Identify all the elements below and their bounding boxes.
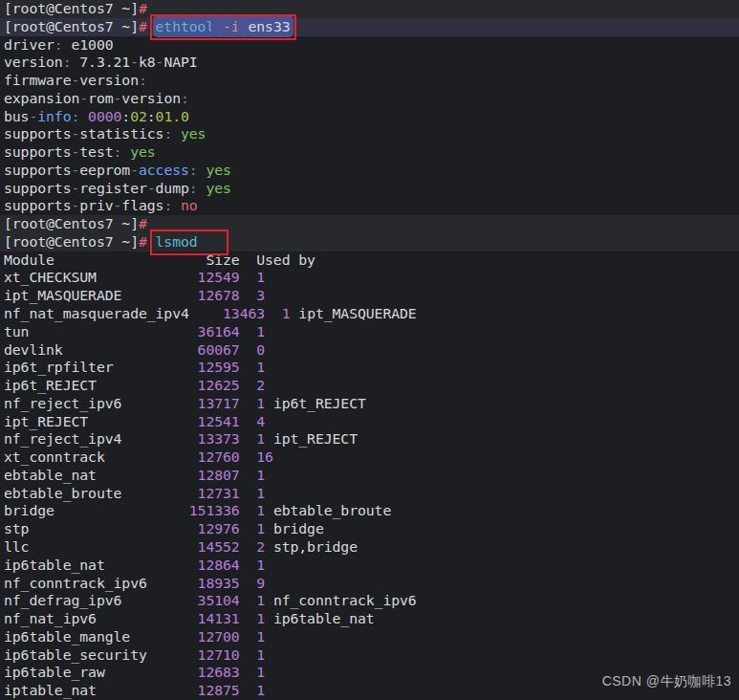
terminal-text [240, 359, 257, 375]
terminal-text: -i [223, 18, 240, 34]
terminal-text: nf_conntrack_ipv6 [265, 592, 417, 608]
terminal-line: driver: e1000 [0, 36, 739, 55]
terminal-line: firmware-version: [0, 72, 739, 90]
terminal-text [147, 18, 156, 34]
terminal-line: [root@Centos7 ~]# [0, 215, 739, 233]
terminal-text: 2 [256, 377, 265, 393]
terminal-text: 151336 [172, 502, 239, 518]
terminal-text: 12678 [172, 287, 239, 303]
terminal-text: 12700 [172, 628, 239, 645]
terminal-text: xt_conntrack [4, 448, 172, 465]
terminal-line: bridge 151336 1 ebtable_broute [0, 502, 739, 520]
terminal-text: : [189, 162, 198, 178]
terminal-text: 1 [256, 646, 265, 663]
terminal-text: - [147, 180, 156, 196]
terminal-text: xt_CHECKSUM [4, 269, 172, 285]
terminal-text: 12864 [172, 557, 239, 573]
terminal-text: ip6table_nat [265, 610, 375, 626]
terminal-output: [root@Centos7 ~]#[root@Centos7 ~]# ethto… [0, 0, 739, 700]
terminal-text [121, 143, 130, 160]
terminal-text: ip6t_REJECT [4, 377, 172, 393]
terminal-line: ip6table_security 12710 1 [0, 646, 739, 665]
terminal-text: 1 [256, 269, 265, 285]
terminal-text: # [139, 233, 147, 250]
terminal-text: 36164 [172, 323, 239, 339]
terminal-text [240, 610, 257, 626]
terminal-text: ens33 [248, 18, 290, 34]
terminal-text: priv [79, 197, 113, 213]
terminal-text [240, 269, 257, 285]
terminal-text [240, 323, 257, 339]
terminal-line: ipt_MASQUERADE 12678 3 [0, 287, 739, 305]
terminal-text: version [79, 72, 139, 88]
terminal-text: # [139, 18, 147, 34]
terminal-line: supports-statistics: yes [0, 125, 739, 143]
terminal-text: - [71, 180, 79, 196]
terminal-text: 12710 [172, 646, 239, 663]
terminal-line: supports-priv-flags: no [0, 197, 739, 215]
terminal-text: 13373 [172, 430, 239, 447]
terminal-text: driver [4, 36, 54, 53]
terminal-text: : [114, 143, 122, 160]
terminal-text: ebtable_broute [265, 502, 391, 518]
terminal-line: ipt_REJECT 12541 4 [0, 413, 739, 431]
terminal-line: ebtable_nat 12807 1 [0, 467, 739, 485]
terminal-text: 1 [256, 520, 265, 536]
terminal-line: nf_reject_ipv4 13373 1 ipt_REJECT [0, 430, 739, 448]
terminal-line: llc 14552 2 stp,bridge [0, 538, 739, 557]
terminal-text: 12875 [172, 682, 239, 698]
terminal-text [240, 395, 257, 411]
terminal-text: stp,bridge [265, 538, 358, 555]
terminal-text [240, 557, 257, 573]
terminal-text [214, 18, 223, 34]
terminal-text: 1 [256, 557, 265, 573]
terminal-text: 1 [256, 430, 265, 447]
terminal-text: supports [4, 162, 71, 178]
terminal-line: nf_nat_ipv6 14131 1 ip6table_nat [0, 610, 739, 628]
terminal-text: ip6t_rpfilter [4, 359, 172, 375]
terminal-text: rom [88, 90, 113, 106]
terminal-text: ebtable_broute [4, 485, 172, 501]
terminal-text: Module Size Used by [4, 252, 315, 268]
terminal-text: 12683 [172, 664, 239, 680]
terminal-text: flags [121, 197, 163, 213]
watermark: CSDN @牛奶咖啡13 [602, 673, 731, 690]
terminal-text: 3 [256, 287, 265, 303]
terminal-text: ethtool [156, 18, 215, 34]
terminal-text: - [79, 90, 88, 106]
terminal-text: bus [4, 108, 29, 124]
terminal-line: supports-register-dump: yes [0, 180, 739, 198]
terminal-text: 14131 [172, 610, 239, 626]
terminal-text: iptable_nat [4, 682, 172, 698]
terminal-text: version [4, 54, 63, 70]
terminal-text: 35104 [172, 592, 239, 608]
terminal-text: 1 [256, 395, 265, 411]
terminal-line: nf_conntrack_ipv6 18935 9 [0, 575, 739, 593]
terminal-text: - [29, 108, 37, 124]
terminal-text: [root@Centos7 ~] [4, 18, 139, 34]
terminal-text: 2 [256, 538, 265, 555]
terminal-text: expansion [4, 90, 79, 106]
annotation-box: lsmod [156, 233, 223, 252]
terminal-text [240, 448, 257, 465]
terminal-text: 12807 [172, 467, 239, 483]
terminal-text: [root@Centos7 ~] [4, 215, 139, 231]
terminal-text [198, 233, 223, 250]
terminal-text: nf_nat_ipv6 [4, 610, 172, 626]
terminal-text: 1 [256, 485, 265, 501]
terminal-window: [root@Centos7 ~]#[root@Centos7 ~]# ethto… [0, 0, 739, 700]
terminal-text: supports [4, 143, 71, 160]
terminal-text: 12976 [172, 520, 239, 536]
terminal-line: ip6table_mangle 12700 1 [0, 628, 739, 646]
terminal-text: supports [4, 125, 71, 142]
terminal-text: : [121, 108, 130, 124]
terminal-text: : [139, 72, 147, 88]
terminal-line: devlink 60067 0 [0, 341, 739, 360]
terminal-text: nf_reject_ipv4 [4, 430, 172, 447]
terminal-text: 1 [256, 682, 265, 698]
terminal-text: yes [181, 125, 206, 142]
terminal-text: yes [130, 143, 155, 160]
terminal-text: 1 [256, 592, 265, 608]
terminal-text: [root@Centos7 ~] [4, 233, 139, 250]
terminal-text: access [139, 162, 189, 178]
